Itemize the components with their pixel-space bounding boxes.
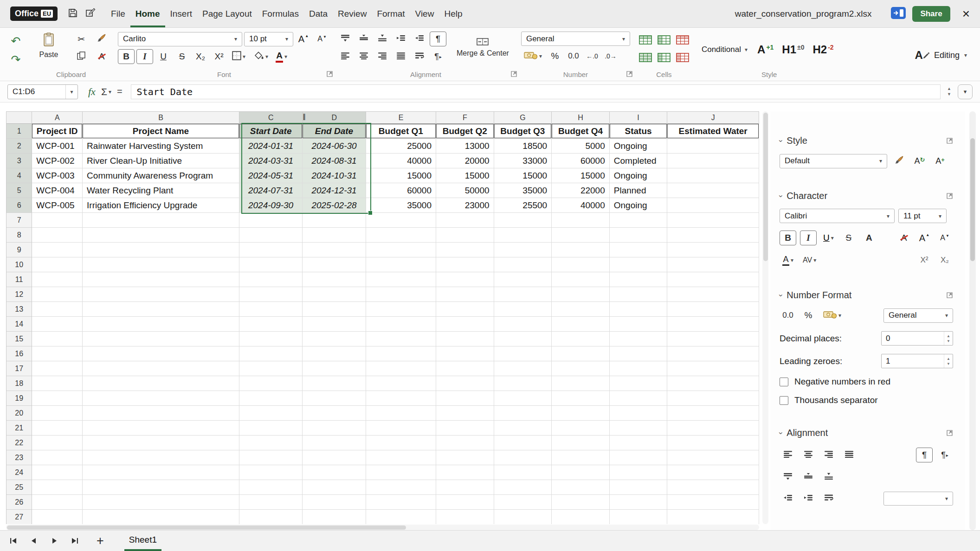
cell-D2[interactable]: 2024-06-30 <box>303 139 366 154</box>
cell-A17[interactable] <box>32 361 83 376</box>
cell-I9[interactable] <box>610 243 668 257</box>
row-header-1[interactable]: 1 <box>6 124 32 139</box>
row-header-7[interactable]: 7 <box>6 213 32 228</box>
cell-A16[interactable] <box>32 346 83 361</box>
cell-C20[interactable] <box>239 406 303 421</box>
cell-E25[interactable] <box>366 480 436 495</box>
cell-E10[interactable] <box>366 257 436 272</box>
cell-F19[interactable] <box>436 391 494 406</box>
column-header-J[interactable]: J <box>667 112 759 124</box>
font-size-select[interactable]: 10 pt▾ <box>244 32 293 46</box>
cell-E5[interactable]: 60000 <box>366 183 436 198</box>
cell-H27[interactable] <box>552 510 610 524</box>
shrink-font-button[interactable]: A▼ <box>314 32 330 46</box>
select-all-corner[interactable] <box>6 112 32 124</box>
cell-D22[interactable] <box>303 436 366 450</box>
subscript-button[interactable]: X₂ <box>192 49 209 64</box>
save-button[interactable] <box>64 5 82 23</box>
cell-G10[interactable] <box>494 257 552 272</box>
cell-E12[interactable] <box>366 287 436 302</box>
cell-F26[interactable] <box>436 495 494 510</box>
cell-E24[interactable] <box>366 465 436 480</box>
grid-vertical-scrollbar[interactable] <box>762 111 768 524</box>
sidebar-decimal-format-button[interactable]: 0.0 <box>780 308 796 323</box>
first-sheet-button[interactable] <box>9 537 18 545</box>
cell-F23[interactable] <box>436 450 494 465</box>
superscript-button[interactable]: X² <box>211 49 227 64</box>
cell-C13[interactable] <box>239 302 303 317</box>
row-header-25[interactable]: 25 <box>6 480 32 495</box>
category-select[interactable]: General▾ <box>883 308 953 323</box>
cell-F27[interactable] <box>436 510 494 524</box>
cell-E23[interactable] <box>366 450 436 465</box>
format-paint-button[interactable] <box>92 32 111 46</box>
cell-B8[interactable] <box>83 228 239 243</box>
cell-E15[interactable] <box>366 332 436 346</box>
menu-insert[interactable]: Insert <box>165 0 198 27</box>
cell-C1[interactable]: Start Date <box>239 124 303 139</box>
row-header-10[interactable]: 10 <box>6 257 32 272</box>
currency-format-button[interactable]: ▾ <box>521 49 545 64</box>
selection-fill-handle[interactable] <box>368 211 373 215</box>
column-header-D[interactable]: D <box>303 112 366 124</box>
share-button[interactable]: Share <box>912 6 950 22</box>
cell-E4[interactable]: 15000 <box>366 168 436 183</box>
cell-D12[interactable] <box>303 287 366 302</box>
cell-B21[interactable] <box>83 421 239 436</box>
sidebar-percent-format-button[interactable]: % <box>800 308 817 323</box>
cell-G3[interactable]: 33000 <box>494 154 552 168</box>
cell-F8[interactable] <box>436 228 494 243</box>
cell-F22[interactable] <box>436 436 494 450</box>
cell-H8[interactable] <box>552 228 610 243</box>
new-style-button[interactable]: A+ <box>932 154 948 168</box>
cell-F2[interactable]: 13000 <box>436 139 494 154</box>
cell-J22[interactable] <box>667 436 759 450</box>
cell-D3[interactable]: 2024-08-31 <box>303 154 366 168</box>
column-header-E[interactable]: E <box>366 112 436 124</box>
row-header-3[interactable]: 3 <box>6 154 32 168</box>
cell-A7[interactable] <box>32 213 83 228</box>
cell-D6[interactable]: 2025-02-28 <box>303 198 366 213</box>
menu-help[interactable]: Help <box>439 0 467 27</box>
cell-C12[interactable] <box>239 287 303 302</box>
cell-B22[interactable] <box>83 436 239 450</box>
copy-button[interactable] <box>71 49 91 64</box>
cell-I6[interactable]: Ongoing <box>610 198 668 213</box>
cell-H21[interactable] <box>552 421 610 436</box>
style-dialog-launcher[interactable] <box>946 137 953 144</box>
cell-C6[interactable]: 2024-09-30 <box>239 198 303 213</box>
cell-C27[interactable] <box>239 510 303 524</box>
underline-button[interactable]: U <box>155 49 172 64</box>
cell-H19[interactable] <box>552 391 610 406</box>
cell-G23[interactable] <box>494 450 552 465</box>
grid-horizontal-scrollbar[interactable] <box>6 525 759 530</box>
sidebar-valign-bottom-button[interactable] <box>820 470 837 485</box>
row-header-19[interactable]: 19 <box>6 391 32 406</box>
column-header-I[interactable]: I <box>610 112 668 124</box>
cell-I27[interactable] <box>610 510 668 524</box>
cell-D16[interactable] <box>303 346 366 361</box>
number-format-dialog-launcher[interactable] <box>946 292 953 299</box>
cell-H9[interactable] <box>552 243 610 257</box>
sidebar-underline-button[interactable]: U▾ <box>820 231 837 245</box>
cell-D1[interactable]: End Date <box>303 124 366 139</box>
style-preset-h2[interactable]: H2-2 <box>810 41 837 58</box>
cell-C22[interactable] <box>239 436 303 450</box>
cell-J6[interactable] <box>667 198 759 213</box>
cell-E8[interactable] <box>366 228 436 243</box>
cell-A24[interactable] <box>32 465 83 480</box>
cell-D15[interactable] <box>303 332 366 346</box>
row-header-2[interactable]: 2 <box>6 139 32 154</box>
menu-view[interactable]: View <box>410 0 439 27</box>
cell-G5[interactable]: 35000 <box>494 183 552 198</box>
row-header-21[interactable]: 21 <box>6 421 32 436</box>
style-section-header[interactable]: › Style <box>780 135 953 146</box>
font-dialog-launcher[interactable] <box>326 70 333 79</box>
name-box[interactable]: C1:D6 ▾ <box>7 84 78 99</box>
cell-J8[interactable] <box>667 228 759 243</box>
formula-bar-scroll[interactable]: ▲ ▼ <box>946 87 952 96</box>
sidebar-superscript-button[interactable]: X² <box>916 253 933 268</box>
cell-J24[interactable] <box>667 465 759 480</box>
cell-G14[interactable] <box>494 317 552 332</box>
sidebar-text-direction-button[interactable]: ¶▸ <box>936 448 953 462</box>
